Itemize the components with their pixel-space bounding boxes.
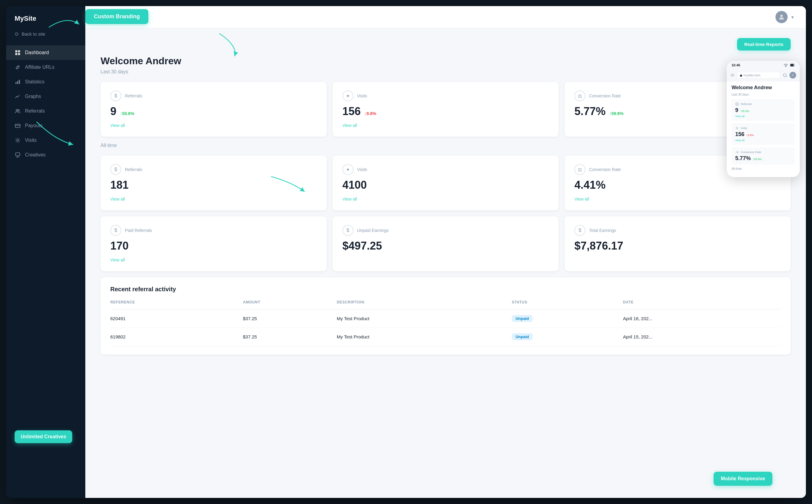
stat-card-referrals-all: $ Referrals 181 View all (100, 156, 327, 210)
mobile-alltime-label: All-time (732, 167, 795, 170)
realtime-reports-button[interactable]: Real-time Reports (737, 38, 791, 51)
svg-rect-16 (15, 53, 17, 55)
top-bar: ▾ (85, 6, 806, 28)
visits-icon (15, 137, 21, 143)
cell-amount: $37.25 (243, 310, 337, 328)
creatives-icon (15, 152, 21, 158)
mobile-user-avatar: A (789, 72, 796, 79)
svg-rect-20 (19, 80, 20, 84)
sidebar-item-creatives[interactable]: Creatives (6, 148, 85, 162)
visits-all-view-all[interactable]: View all (343, 197, 357, 201)
mobile-content-title: Welcome Andrew (732, 85, 795, 90)
mobile-conversion-change: ↑59.9% (753, 158, 762, 161)
mobile-referrals-label: Referrals (741, 103, 752, 106)
dropdown-arrow: ▾ (791, 14, 794, 20)
unpaid-earnings-icon: $ (343, 225, 353, 236)
svg-point-27 (780, 15, 783, 17)
mobile-visits-value: 156 (735, 131, 744, 138)
referrals-all-label: Referrals (125, 167, 142, 172)
stat-card-total-earnings: $ Total Earnings $7,876.17 (564, 216, 791, 271)
mobile-browser-bar: mysite.com A (727, 69, 800, 81)
cell-date: April 16, 202... (623, 310, 781, 328)
stat-card-paid-referrals: $ Paid Referrals 170 View all (100, 216, 327, 271)
sidebar-item-visits[interactable]: Visits (6, 133, 85, 148)
custom-branding-button[interactable]: Custom Branding (85, 9, 148, 24)
stat-card-unpaid-earnings: $ Unpaid Earnings $497.25 (333, 216, 559, 271)
alltime-section-label: All-time (100, 143, 791, 148)
affiliate-urls-icon (15, 64, 21, 70)
referrals-all-icon: $ (110, 164, 121, 175)
mobile-last30-label: Last 30 days (732, 93, 795, 96)
last30-section-label: Last 30 days (100, 69, 791, 75)
sidebar-item-affiliate-urls[interactable]: Affiliate URLs (6, 60, 85, 75)
mobile-referrals-value: 9 (735, 107, 738, 114)
svg-rect-26 (16, 153, 20, 156)
paid-referrals-view-all[interactable]: View all (110, 257, 125, 262)
sidebar-item-payouts[interactable]: Payouts (6, 118, 85, 133)
referrals-stat-change: ↑55.6% (120, 111, 134, 116)
unpaid-earnings-value: $497.25 (343, 240, 382, 252)
cell-reference: 620491 (110, 310, 243, 328)
col-amount: AMOUNT (243, 300, 337, 310)
cell-description: My Test Product (337, 328, 512, 346)
cell-reference: 619802 (110, 328, 243, 346)
sidebar-nav: Dashboard Affiliate URLs (6, 43, 85, 498)
conversion-all-view-all[interactable]: View all (574, 197, 589, 201)
stat-card-visits-all: ✦ Visits 4100 View all (333, 156, 559, 210)
activity-section: Recent referral activity REFERENCE AMOUN… (100, 277, 791, 355)
sidebar-item-dashboard[interactable]: Dashboard (6, 45, 85, 60)
mobile-responsive-button[interactable]: Mobile Responsive (714, 472, 772, 486)
svg-point-22 (18, 110, 19, 111)
visits-all-value: 4100 (343, 179, 367, 191)
back-to-site[interactable]: ⊙ Back to site (6, 29, 85, 43)
referrals-stat-icon: $ (110, 90, 121, 101)
graphs-icon (15, 93, 21, 100)
user-avatar[interactable] (775, 11, 788, 23)
visits-all-label: Visits (357, 167, 367, 172)
unlimited-creatives-callout[interactable]: Unlimited Creatives (15, 430, 72, 443)
visits-view-all[interactable]: View all (343, 123, 357, 128)
sidebar: MySite ⊙ Back to site Dashboard (6, 6, 85, 498)
table-row: 619802 $37.25 My Test Product Unpaid Apr… (110, 328, 781, 346)
referrals-label: Referrals (25, 108, 45, 114)
page-title: Welcome Andrew (100, 55, 791, 67)
svg-rect-30 (791, 64, 793, 66)
dashboard-icon (15, 50, 21, 56)
visits-stat-icon: ✦ (343, 90, 353, 101)
mobile-visits-view-all[interactable]: View all (735, 139, 791, 142)
sidebar-item-statistics[interactable]: Statistics (6, 75, 85, 89)
conversion-all-icon: ⚖ (574, 164, 585, 175)
sidebar-item-graphs[interactable]: Graphs (6, 89, 85, 104)
back-icon: ⊙ (15, 31, 19, 37)
creatives-label: Creatives (25, 152, 46, 158)
mobile-visits-change: ↓9.8% (746, 134, 754, 137)
statistics-icon (15, 79, 21, 85)
mobile-conversion-card: Conversion Rate 5.77% ↑59.9% (732, 147, 795, 165)
conversion-all-label: Conversion Rate (589, 167, 621, 172)
col-description: DESCRIPTION (337, 300, 512, 310)
cell-date: April 15, 202... (623, 328, 781, 346)
mobile-referrals-view-all[interactable]: View all (735, 115, 791, 118)
svg-point-25 (17, 139, 19, 141)
graphs-label: Graphs (25, 94, 41, 99)
referrals-stat-label: Referrals (125, 93, 142, 98)
conversion-stat-icon: ⚖ (574, 90, 585, 101)
unpaid-earnings-label: Unpaid Earnings (357, 228, 389, 233)
svg-point-21 (16, 110, 18, 111)
svg-rect-34 (740, 75, 742, 77)
referrals-view-all[interactable]: View all (110, 123, 125, 128)
visits-stat-value: 156 (343, 105, 361, 118)
paid-referrals-value: 170 (110, 240, 128, 252)
svg-rect-19 (17, 81, 18, 84)
svg-point-28 (786, 66, 786, 67)
mobile-status-bar: 10:46 (727, 61, 800, 69)
sidebar-item-referrals[interactable]: Referrals (6, 104, 85, 118)
visits-stat-change: ↓9.8% (364, 111, 376, 116)
referrals-all-view-all[interactable]: View all (110, 197, 125, 201)
mobile-referrals-change: ↑55.6% (740, 110, 749, 113)
referrals-all-value: 181 (110, 179, 128, 191)
conversion-all-value: 4.41% (574, 179, 605, 191)
svg-rect-17 (18, 53, 20, 55)
col-date: DATE (623, 300, 781, 310)
activity-title: Recent referral activity (110, 286, 781, 293)
